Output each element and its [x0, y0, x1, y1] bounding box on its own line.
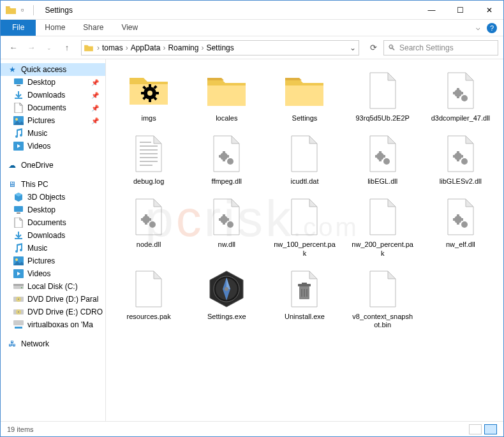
breadcrumb-segment[interactable]: tomas: [101, 43, 124, 52]
tab-file[interactable]: File: [1, 20, 36, 36]
file-item[interactable]: Settings.exe: [189, 264, 264, 332]
svg-point-4: [15, 118, 18, 121]
refresh-button[interactable]: ⟳: [366, 40, 381, 56]
sidebar-item-dvd-drive-d-paral[interactable]: DVD Drive (D:) Paral: [1, 293, 105, 306]
file-label: icudtl.dat: [290, 177, 318, 186]
chevron-right-icon[interactable]: ›: [124, 43, 130, 52]
file-label: libEGL.dll: [367, 177, 397, 186]
file-item[interactable]: Settings: [267, 66, 342, 125]
file-item[interactable]: resources.pak: [111, 264, 186, 332]
view-details-button[interactable]: [469, 424, 482, 434]
sidebar-item-local-disk-c-[interactable]: Local Disk (C:): [1, 280, 105, 293]
svg-rect-2: [15, 98, 22, 99]
sidebar-item-documents[interactable]: Documents: [1, 216, 105, 229]
back-button[interactable]: ←: [6, 40, 21, 56]
recent-dropdown[interactable]: ⌄: [41, 40, 57, 56]
file-item[interactable]: libGLESv2.dll: [423, 129, 498, 188]
chevron-right-icon[interactable]: ›: [96, 43, 101, 52]
file-item[interactable]: nw_100_percent.pak: [267, 192, 342, 260]
svg-rect-25: [149, 98, 151, 102]
file-item[interactable]: nw.dll: [189, 192, 264, 260]
sidebar-onedrive[interactable]: ☁ OneDrive: [1, 159, 105, 172]
file-label: nw_100_percent.pak: [272, 241, 336, 257]
tab-share[interactable]: Share: [74, 20, 112, 36]
tab-home[interactable]: Home: [36, 20, 74, 36]
file-item[interactable]: nw_elf.dll: [423, 192, 498, 260]
file-label: nw.dll: [218, 241, 236, 249]
breadcrumb-segment[interactable]: AppData: [130, 43, 162, 52]
sidebar-item-music[interactable]: Music: [1, 242, 105, 255]
documents-icon: [13, 218, 24, 228]
svg-point-43: [227, 158, 233, 165]
search-input[interactable]: 🔍︎ Search Settings: [383, 40, 498, 56]
svg-point-52: [454, 216, 462, 223]
maximize-button[interactable]: ☐: [446, 1, 475, 20]
file-label: d3dcompiler_47.dll: [431, 114, 490, 122]
disk-icon: [13, 281, 24, 292]
svg-point-46: [454, 152, 462, 160]
tab-view[interactable]: View: [112, 20, 147, 36]
view-icons-button[interactable]: [484, 424, 497, 434]
file-item[interactable]: d3dcompiler_47.dll: [423, 66, 498, 125]
chevron-right-icon[interactable]: ›: [200, 43, 205, 52]
folder-gear-icon: [126, 68, 171, 113]
sidebar-network[interactable]: 🖧 Network: [1, 337, 105, 350]
file-item[interactable]: icudtl.dat: [267, 129, 342, 188]
sidebar-item-pictures[interactable]: Pictures📌: [1, 114, 105, 127]
file-pane[interactable]: imgslocalesSettings93rq5d5Ub.2E2Pd3dcomp…: [106, 59, 503, 421]
pictures-icon: [13, 256, 24, 266]
file-label: nw_elf.dll: [446, 241, 475, 249]
sidebar-item-downloads[interactable]: Downloads📌: [1, 89, 105, 101]
chevron-right-icon[interactable]: ›: [161, 43, 167, 52]
breadcrumb[interactable]: › tomas › AppData › Roaming › Settings ⌄: [81, 40, 359, 56]
breadcrumb-segment[interactable]: Settings: [205, 43, 235, 52]
item-count: 19 items: [7, 426, 34, 433]
sidebar-item-documents[interactable]: Documents📌: [1, 101, 105, 114]
file-item[interactable]: ffmpeg.dll: [189, 129, 264, 188]
file-item[interactable]: nw_200_percent.pak: [345, 192, 420, 260]
svg-rect-0: [14, 78, 23, 84]
minimize-button[interactable]: —: [417, 1, 446, 20]
help-icon[interactable]: ?: [487, 23, 497, 33]
svg-rect-22: [15, 327, 22, 329]
sidebar-item-downloads[interactable]: Downloads: [1, 229, 105, 242]
ribbon-expand-icon[interactable]: ⌵: [476, 24, 480, 32]
sidebar-item-pictures[interactable]: Pictures: [1, 255, 105, 267]
file-item[interactable]: 93rq5d5Ub.2E2P: [345, 66, 420, 125]
sidebar-item-3d-objects[interactable]: 3D Objects: [1, 191, 105, 204]
sidebar-item-music[interactable]: Music: [1, 127, 105, 140]
file-label: Settings.exe: [207, 313, 246, 321]
sidebar-this-pc[interactable]: 🖥 This PC: [1, 178, 105, 191]
up-button[interactable]: ↑: [59, 40, 75, 56]
sidebar-item-desktop[interactable]: Desktop: [1, 204, 105, 216]
close-button[interactable]: ✕: [475, 1, 503, 20]
properties-icon[interactable]: ▫: [21, 5, 24, 15]
dll-icon: [204, 131, 249, 176]
file-item[interactable]: debug.log: [111, 129, 186, 188]
window-title: Settings: [45, 6, 73, 15]
file-item[interactable]: imgs: [111, 66, 186, 125]
sidebar-item-dvd-drive-e-cdro[interactable]: DVD Drive (E:) CDRO: [1, 306, 105, 318]
sidebar-item-videos[interactable]: Videos: [1, 140, 105, 152]
svg-rect-21: [13, 320, 24, 325]
file-item[interactable]: v8_context_snapshot.bin: [345, 264, 420, 332]
sidebar-item-videos[interactable]: Videos: [1, 267, 105, 280]
ribbon: File Home Share View ⌵ ?: [1, 20, 503, 36]
chevron-down-icon[interactable]: ⌄: [350, 43, 356, 52]
sidebar-item-desktop[interactable]: Desktop📌: [1, 76, 105, 89]
breadcrumb-segment[interactable]: Roaming: [167, 43, 200, 52]
sidebar-item-virtualboxas-on-ma[interactable]: virtualboxas on 'Ma: [1, 318, 105, 331]
sidebar-quick-access[interactable]: ★ Quick access: [1, 63, 105, 76]
svg-rect-6: [14, 206, 23, 212]
file-item[interactable]: node.dll: [111, 192, 186, 260]
dvd-icon: [13, 294, 24, 304]
file-item[interactable]: Uninstall.exe: [267, 264, 342, 332]
folder-icon: [6, 6, 16, 15]
file-item[interactable]: locales: [189, 66, 264, 125]
forward-button[interactable]: →: [24, 40, 39, 56]
file-item[interactable]: libEGL.dll: [345, 129, 420, 188]
compass-icon: [204, 267, 249, 311]
file-label: v8_context_snapshot.bin: [351, 313, 415, 329]
downloads-icon: [13, 230, 24, 241]
pin-icon: 📌: [91, 92, 103, 99]
